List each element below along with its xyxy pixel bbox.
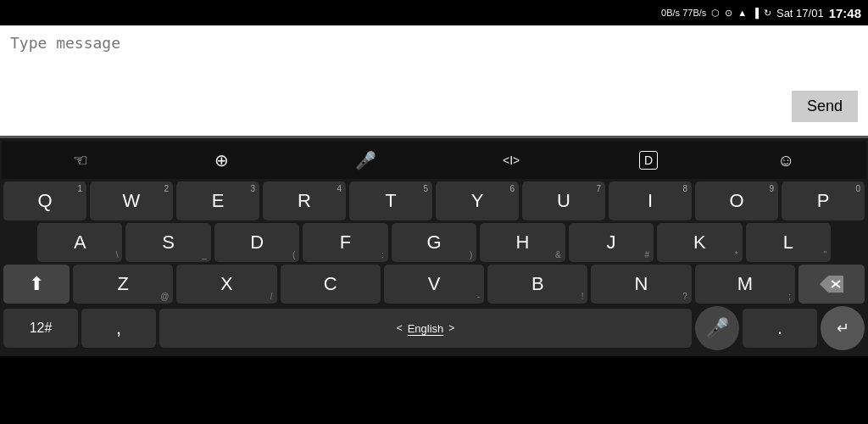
key-n[interactable]: N? <box>591 265 691 304</box>
right-chevron: > <box>448 322 454 334</box>
key-b[interactable]: B! <box>487 265 587 304</box>
key-comma[interactable]: , <box>81 309 156 348</box>
dict-icon[interactable]: D <box>639 151 658 170</box>
key-t[interactable]: T5 <box>349 181 432 220</box>
key-g[interactable]: G) <box>392 223 476 262</box>
toolbar-row: ☜ ⊕ 🎤 <I> D ☺ <box>2 142 866 179</box>
key-c[interactable]: C <box>281 265 381 304</box>
key-f[interactable]: F: <box>303 223 387 262</box>
globe-icon[interactable]: ⊕ <box>208 147 236 174</box>
signal-icon: ▐ <box>752 8 759 18</box>
key-mic-small[interactable]: 🎤 <box>695 306 739 350</box>
key-s[interactable]: S_ <box>125 223 210 262</box>
alarm-icon: ⊙ <box>725 8 732 19</box>
sync-icon: ↻ <box>764 8 771 19</box>
key-k[interactable]: K* <box>657 223 742 262</box>
key-l[interactable]: L" <box>746 223 831 262</box>
key-w[interactable]: W2 <box>90 181 173 220</box>
key-space[interactable]: <English> <box>159 309 692 348</box>
svg-marker-0 <box>820 276 843 293</box>
key-h[interactable]: H& <box>480 223 565 262</box>
key-r[interactable]: R4 <box>263 181 346 220</box>
hand-icon[interactable]: ☜ <box>66 147 95 174</box>
key-row-3: ⬆Z@X/CV-B!N?M; <box>3 265 865 304</box>
key-row-4: 12#,<English>🎤.↵ <box>3 306 865 350</box>
key-y[interactable]: Y6 <box>436 181 519 220</box>
key-u[interactable]: U7 <box>522 181 605 220</box>
key-v[interactable]: V- <box>384 265 484 304</box>
key-row-1: Q1W2E3R4T5Y6U7I8O9P0 <box>3 181 865 220</box>
key-shift[interactable]: ⬆ <box>3 265 70 304</box>
language-label: English <box>408 322 444 335</box>
key-a[interactable]: A\ <box>37 223 122 262</box>
key-row-2: A\S_D(F:G)H&J#K*L" <box>3 223 865 262</box>
key-j[interactable]: J# <box>569 223 654 262</box>
key-dot[interactable]: . <box>743 309 817 348</box>
key-backspace[interactable] <box>798 265 865 304</box>
key-p[interactable]: P0 <box>782 181 865 220</box>
message-area: Send <box>0 25 868 136</box>
send-button[interactable]: Send <box>792 91 858 122</box>
key-d[interactable]: D( <box>214 223 299 262</box>
key-enter[interactable]: ↵ <box>821 306 865 350</box>
key-x[interactable]: X/ <box>176 265 276 304</box>
status-date: Sat 17/01 <box>776 7 824 20</box>
mic-toolbar-icon[interactable]: 🎤 <box>348 147 383 174</box>
key-numbers[interactable]: 12# <box>3 309 78 348</box>
left-chevron: < <box>397 322 403 334</box>
key-z[interactable]: Z@ <box>73 265 173 304</box>
key-i[interactable]: I8 <box>609 181 692 220</box>
key-o[interactable]: O9 <box>695 181 778 220</box>
network-stats: 0B/s 77B/s <box>661 8 706 18</box>
status-time: 17:48 <box>829 6 861 20</box>
key-m[interactable]: M; <box>695 265 795 304</box>
wifi-icon: ▲ <box>737 8 747 18</box>
cursor-icon[interactable]: <I> <box>496 150 526 170</box>
bluetooth-icon: ⬡ <box>711 8 720 19</box>
message-input[interactable] <box>10 34 785 127</box>
keyboard: ☜ ⊕ 🎤 <I> D ☺ Q1W2E3R4T5Y6U7I8O9P0 A\S_D… <box>0 138 868 356</box>
status-bar: 0B/s 77B/s ⬡ ⊙ ▲ ▐ ↻ Sat 17/01 17:48 <box>0 0 868 25</box>
key-e[interactable]: E3 <box>176 181 259 220</box>
emoji-icon[interactable]: ☺ <box>771 148 801 174</box>
key-q[interactable]: Q1 <box>3 181 86 220</box>
